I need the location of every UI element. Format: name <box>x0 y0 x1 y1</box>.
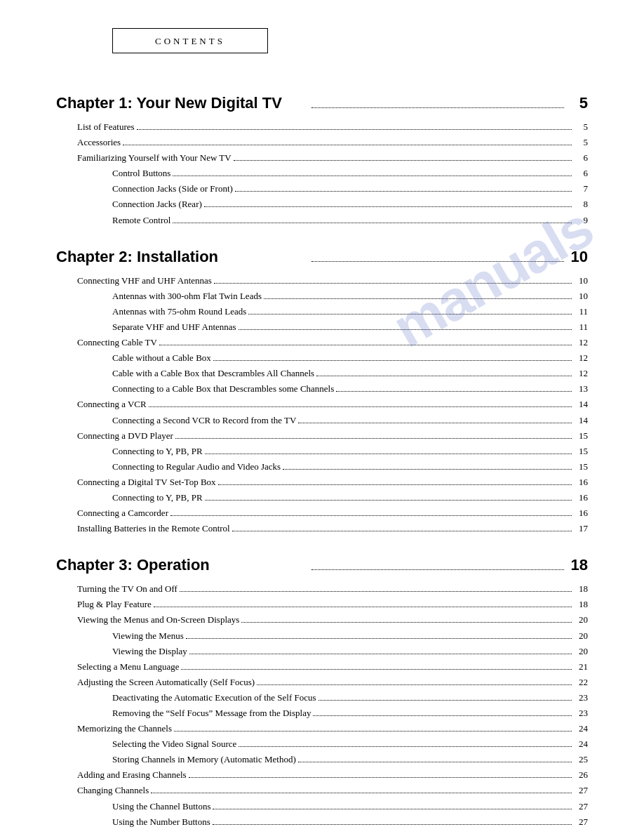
entry-dots <box>149 406 572 407</box>
toc-entry: Using the Number Buttons27 <box>56 814 588 830</box>
entry-text: Separate VHF and UHF Antennas <box>112 319 236 335</box>
toc-entry: Installing Batteries in the Remote Contr… <box>56 521 588 536</box>
chapter-page: 5 <box>567 94 588 112</box>
chapter-dots <box>311 107 564 108</box>
entry-page: 20 <box>574 612 588 628</box>
toc-entry: Control Buttons6 <box>56 166 588 181</box>
entry-text: Connecting to Regular Audio and Video Ja… <box>112 459 281 475</box>
entry-page: 17 <box>574 521 588 536</box>
entry-dots <box>316 376 572 376</box>
entry-text: List of Features <box>77 119 135 135</box>
entry-dots <box>159 345 572 345</box>
toc-entry: Connection Jacks (Rear)8 <box>56 197 588 212</box>
entry-text: Adjusting the Screen Automatically (Self… <box>77 675 255 690</box>
entry-page: 20 <box>574 628 588 644</box>
entry-dots <box>239 329 572 330</box>
entry-page: 14 <box>574 413 588 428</box>
entry-dots <box>214 283 572 284</box>
toc-entry: Selecting a Menu Language21 <box>56 659 588 675</box>
entry-dots <box>123 145 572 145</box>
entry-page: 27 <box>574 830 588 834</box>
entry-text: Connection Jacks (Side or Front) <box>112 181 233 197</box>
toc-entry: Connecting VHF and UHF Antennas10 <box>56 273 588 289</box>
entry-dots <box>213 824 572 825</box>
entry-text: Connecting VHF and UHF Antennas <box>77 273 212 289</box>
entry-dots <box>181 669 572 670</box>
entry-dots <box>189 777 572 778</box>
toc-entry: Remote Control9 <box>56 213 588 228</box>
entry-text: Adding and Erasing Channels <box>77 767 187 783</box>
entry-page: 12 <box>574 366 588 381</box>
entry-text: Connecting a VCR <box>77 397 147 412</box>
entry-text: Removing the “Self Focus” Message from t… <box>112 706 311 721</box>
entry-dots <box>234 160 572 161</box>
entry-page: 23 <box>574 690 588 706</box>
page: Contents manuals Chapter 1: Your New Dig… <box>0 0 644 834</box>
toc-entry: Viewing the Menus and On-Screen Displays… <box>56 612 588 628</box>
entry-text: Selecting a Menu Language <box>77 659 179 675</box>
table-of-contents: Chapter 1: Your New Digital TV5List of F… <box>56 94 588 834</box>
entry-page: 16 <box>574 475 588 490</box>
entry-page: 18 <box>574 597 588 612</box>
entry-page: 6 <box>574 150 588 166</box>
entry-text: Connecting Cable TV <box>77 335 157 350</box>
toc-entry: Memorizing the Channels24 <box>56 721 588 736</box>
toc-entry: Removing the “Self Focus” Message from t… <box>56 706 588 721</box>
toc-entry: Using the Channel Buttons27 <box>56 799 588 814</box>
entry-text: Cable with a Cable Box that Descrambles … <box>112 366 314 381</box>
entry-dots <box>174 731 572 732</box>
entry-dots <box>151 793 572 793</box>
chapter-title: Chapter 3: Operation <box>56 556 309 574</box>
entry-page: 15 <box>574 444 588 459</box>
entry-dots <box>298 762 572 762</box>
toc-entry: Familiarizing Yourself with Your New TV6 <box>56 150 588 166</box>
entry-text: Connecting a Digital TV Set-Top Box <box>77 475 216 490</box>
entry-dots <box>205 454 572 454</box>
toc-entry: Connecting a DVD Player15 <box>56 428 588 444</box>
entry-dots <box>218 484 572 485</box>
chapter-dots <box>311 261 564 262</box>
entry-page: 12 <box>574 350 588 366</box>
toc-entry: Connecting to Regular Audio and Video Ja… <box>56 459 588 475</box>
entry-page: 10 <box>574 289 588 304</box>
entry-text: Antennas with 75-ohm Round Leads <box>112 304 246 319</box>
toc-entry: Turning the TV On and Off18 <box>56 581 588 597</box>
entry-dots <box>248 314 572 315</box>
entry-page: 27 <box>574 799 588 814</box>
entry-page: 5 <box>574 119 588 135</box>
entry-dots <box>213 809 572 809</box>
toc-entry: Storing Channels in Memory (Automatic Me… <box>56 752 588 767</box>
entry-text: Familiarizing Yourself with Your New TV <box>77 150 232 166</box>
toc-entry: Accessories5 <box>56 135 588 150</box>
entry-page: 10 <box>574 273 588 289</box>
entry-text: Viewing the Display <box>112 644 187 659</box>
entry-dots <box>204 206 572 207</box>
entry-dots <box>241 622 572 623</box>
toc-entry: Separate VHF and UHF Antennas11 <box>56 319 588 335</box>
entry-text: Cable without a Cable Box <box>112 350 211 366</box>
entry-page: 11 <box>574 304 588 319</box>
toc-entry: Antennas with 75-ohm Round Leads11 <box>56 304 588 319</box>
toc-entry: Selecting the Video Signal Source24 <box>56 736 588 752</box>
entry-dots <box>137 129 572 130</box>
entry-text: Connecting to Y, PB, PR <box>112 490 203 505</box>
entry-dots <box>173 223 572 223</box>
entry-text: Using the Number Buttons <box>112 814 210 830</box>
toc-entry: Connecting a Second VCR to Record from t… <box>56 413 588 428</box>
toc-entry: Cable without a Cable Box12 <box>56 350 588 366</box>
toc-entry: Using the Previous Channel27 <box>56 830 588 834</box>
entry-page: 7 <box>574 181 588 197</box>
entry-page: 16 <box>574 505 588 521</box>
toc-entry: Viewing the Display20 <box>56 644 588 659</box>
entry-dots <box>186 638 572 639</box>
toc-entry: Connecting to a Cable Box that Descrambl… <box>56 381 588 397</box>
entry-text: Plug & Play Feature <box>77 597 152 612</box>
entry-text: Connecting to Y, PB, PR <box>112 444 203 459</box>
entry-text: Storing Channels in Memory (Automatic Me… <box>112 752 296 767</box>
contents-box: Contents <box>112 28 268 53</box>
toc-entry: Viewing the Menus20 <box>56 628 588 644</box>
entry-text: Viewing the Menus <box>112 628 184 644</box>
entry-text: Accessories <box>77 135 121 150</box>
entry-text: Connection Jacks (Rear) <box>112 197 202 212</box>
toc-entry: Connecting Cable TV12 <box>56 335 588 350</box>
